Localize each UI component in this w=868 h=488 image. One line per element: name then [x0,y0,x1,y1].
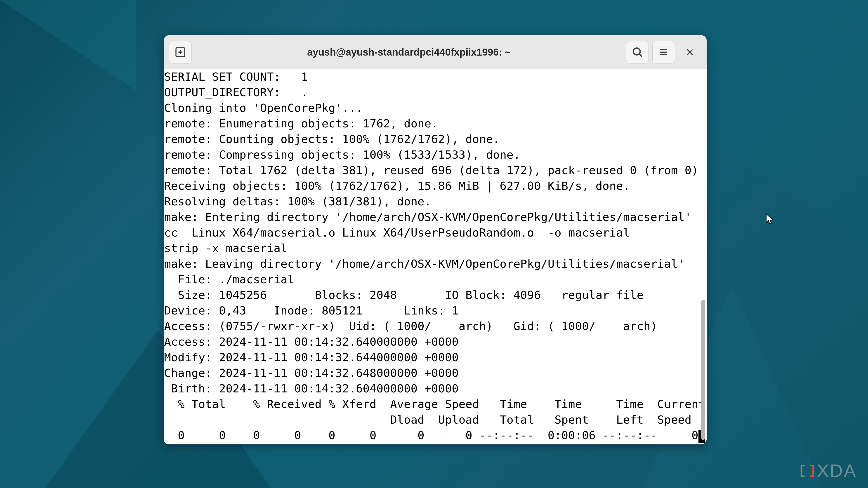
window-title: ayush@ayush-standardpci440fxpiix1996: ~ [195,46,622,58]
scrollbar[interactable] [705,69,707,445]
terminal-window: ayush@ayush-standardpci440fxpiix1996: ~ … [164,35,707,445]
scrollbar-thumb[interactable] [701,300,705,440]
mouse-cursor-icon [766,213,774,225]
menu-button[interactable] [652,41,675,64]
new-tab-button[interactable] [169,41,192,64]
terminal-viewport[interactable]: SERIAL_SET_COUNT: 1 OUTPUT_DIRECTORY: . … [164,69,707,445]
plus-icon [175,46,186,58]
close-icon [685,48,694,57]
terminal-output: SERIAL_SET_COUNT: 1 OUTPUT_DIRECTORY: . … [164,69,705,445]
close-button[interactable] [679,41,701,64]
search-button[interactable] [626,41,649,64]
window-titlebar: ayush@ayush-standardpci440fxpiix1996: ~ [164,35,707,69]
watermark-text: XDA [817,460,857,481]
background-decoration [0,0,135,90]
watermark: XDA [799,460,857,481]
watermark-logo-icon [799,463,815,479]
svg-point-3 [633,48,640,55]
background-decoration [710,23,868,249]
search-icon [631,46,643,58]
hamburger-icon [658,47,669,57]
svg-line-4 [639,54,642,57]
